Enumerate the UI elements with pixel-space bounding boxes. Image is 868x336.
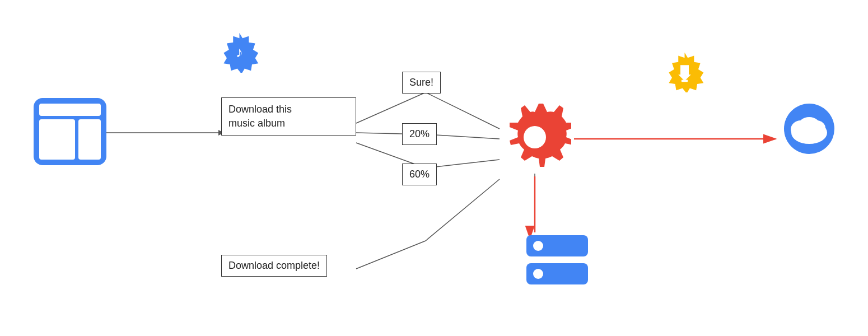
percent-20-label: 20% (402, 123, 437, 145)
download-request-label: Download this music album (221, 97, 356, 136)
music-badge-icon: ♪ (218, 31, 260, 73)
database-icon-2 (526, 263, 588, 284)
database-icon-1 (526, 235, 588, 256)
cloud-icon (778, 104, 834, 148)
svg-line-11 (426, 179, 500, 241)
svg-text:♪: ♪ (236, 44, 243, 60)
diagram-container: ♪ Download this music album Sure! 20% 60… (0, 0, 868, 336)
svg-line-10 (356, 241, 426, 269)
svg-line-2 (356, 92, 426, 123)
percent-60-label: 60% (402, 164, 437, 185)
sure-label: Sure! (402, 72, 441, 94)
browser-icon (34, 98, 106, 165)
svg-point-17 (524, 126, 546, 148)
gear-icon (498, 101, 571, 174)
download-complete-label: Download complete! (221, 255, 327, 277)
svg-rect-21 (682, 80, 688, 82)
svg-point-26 (798, 117, 820, 135)
download-badge-icon (664, 50, 706, 92)
